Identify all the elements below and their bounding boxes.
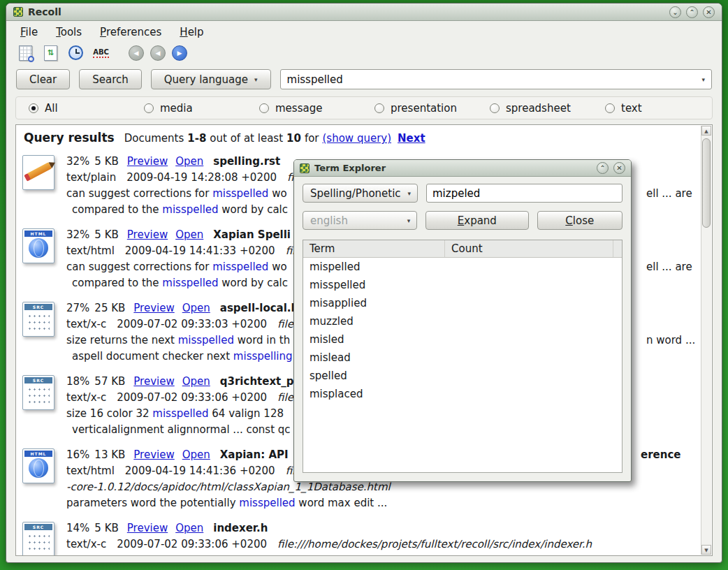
term-row[interactable]: misplaced [303,385,622,403]
file-size: 57 KB [94,375,125,388]
relevance: 27% [66,302,89,314]
erase-search-button[interactable] [16,43,35,62]
results-scrollbar[interactable]: ▲ ▼ [701,126,711,555]
open-link[interactable]: Open [175,155,203,168]
summary-text: Documents [124,132,184,145]
filter-text[interactable]: text [605,102,720,115]
menu-file[interactable]: File [20,26,38,38]
open-link[interactable]: Open [182,375,210,388]
window-titlebar[interactable]: Recoll ⌄ ⌃ ✕ [6,3,722,21]
snippet-fragment: ell ... are [646,259,692,275]
radio-selected-icon[interactable] [29,103,38,113]
term-explorer-button[interactable]: ABC [92,43,110,62]
dialog-shade-button[interactable]: ⌃ [597,162,609,174]
language-value: english [310,214,348,227]
term-row[interactable]: mispelled [303,258,622,276]
filter-presentation[interactable]: presentation [374,102,490,115]
document-icon-source[interactable]: SRC [22,302,54,337]
search-combobox[interactable]: ▾ [280,69,712,89]
radio-icon[interactable] [259,103,269,113]
clear-button[interactable]: Clear [16,69,70,89]
term-cell: muzzled [310,315,354,328]
result-filename: aspell-local.l [220,302,295,314]
preview-link[interactable]: Preview [133,375,174,388]
doc-history-button[interactable] [66,43,85,62]
document-icon-source[interactable]: SRC [22,375,54,410]
arrow-right-icon: ▶ [177,50,182,57]
radio-icon[interactable] [605,103,615,113]
save-query-button[interactable]: ⇅ [41,43,60,62]
snippet-text: parameters word the potentially [66,497,239,509]
radio-icon[interactable] [374,103,384,113]
window-maximize-button[interactable]: ⌃ [686,6,698,18]
column-header-term[interactable]: Term [303,240,445,257]
terms-table-header[interactable]: Term Count [303,240,622,258]
filter-message[interactable]: message [259,102,374,115]
recoll-app-icon [300,163,310,173]
date: 2009-04-19 14:41:33 +0200 [125,244,275,257]
filter-spreadsheet[interactable]: spreadsheet [490,102,605,115]
preview-link[interactable]: Preview [127,228,168,241]
search-input[interactable] [287,73,696,86]
pencil-icon [27,162,52,180]
menu-tools[interactable]: Tools [56,26,82,38]
document-icon-pencil[interactable] [22,155,54,190]
window-close-button[interactable]: ✕ [703,6,715,18]
radio-icon[interactable] [490,103,500,113]
preview-link[interactable]: Preview [133,302,174,314]
preview-link[interactable]: Preview [133,448,174,461]
column-header-count[interactable]: Count [445,240,613,257]
document-icon-html[interactable]: HTML [22,228,54,263]
summary-total: 10 [286,132,301,145]
open-link[interactable]: Open [182,448,210,461]
menu-preferences-mnemonic: P [100,26,106,38]
file-size: 5 KB [94,155,118,168]
erase-search-icon [19,45,32,61]
term-row[interactable]: spelled [303,367,622,385]
document-icon-html[interactable]: HTML [22,448,54,483]
preview-link[interactable]: Preview [127,155,168,168]
file-size: 13 KB [94,448,125,461]
window-minimize-button[interactable]: ⌄ [669,6,681,18]
chevron-down-icon[interactable]: ▾ [701,76,705,83]
match-type-select[interactable]: Spelling/Phonetic▾ [303,184,418,203]
open-link[interactable]: Open [182,302,210,314]
search-button[interactable]: Search [79,69,142,89]
expand-label: xpand [464,214,497,227]
term-row[interactable]: muzzled [303,312,622,330]
open-link[interactable]: Open [175,228,203,241]
term-row[interactable]: mislead [303,349,622,367]
term-row[interactable]: misapplied [303,294,622,312]
relevance: 32% [66,228,89,241]
dialog-close-button[interactable]: ✕ [613,162,625,174]
document-icon-source[interactable]: SRC [22,522,54,556]
preview-link[interactable]: Preview [127,522,168,534]
filter-all[interactable]: All [29,102,144,115]
term-row[interactable]: misspelled [303,276,622,294]
show-query-link[interactable]: (show query) [323,132,392,145]
query-language-select[interactable]: Query language▾ [151,69,271,89]
open-link[interactable]: Open [175,522,203,534]
filter-media[interactable]: media [144,102,259,115]
highlighted-term: misspelled [212,261,268,273]
menu-preferences[interactable]: Preferences [100,26,161,38]
first-page-button[interactable]: ◀ [129,45,144,61]
radio-icon[interactable] [144,103,154,113]
dialog-titlebar[interactable]: Term Explorer ⌃ ✕ [294,160,631,177]
close-button[interactable]: Close [537,211,623,230]
next-page-button[interactable]: ▶ [172,45,187,61]
prev-page-button[interactable]: ◀ [150,45,166,61]
expand-button[interactable]: Expand [425,211,528,230]
scroll-up-arrow-icon[interactable]: ▲ [701,126,711,136]
scrollbar-thumb[interactable] [702,138,711,228]
term-row[interactable]: misled [303,330,622,349]
scroll-down-arrow-icon[interactable]: ▼ [701,545,711,555]
relevance: 14% [66,522,89,534]
snippet-text: 64 valign 128 [209,407,284,420]
language-select[interactable]: english▾ [303,211,417,230]
menu-help[interactable]: Help [180,26,203,38]
code-dots-icon [27,386,50,405]
snippet-text: compared to the [72,203,162,216]
next-page-link[interactable]: Next [398,132,425,145]
term-input[interactable] [426,184,623,203]
